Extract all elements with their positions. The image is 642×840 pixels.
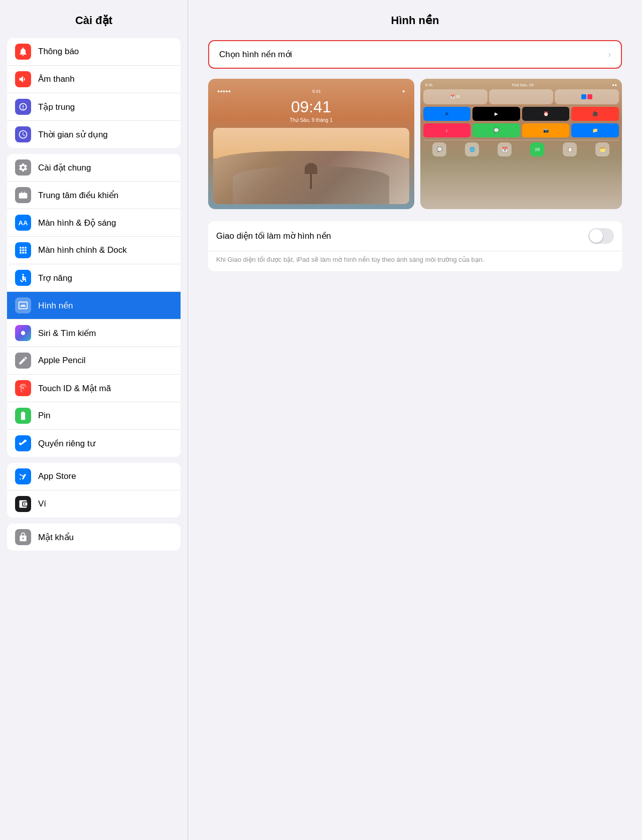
sidebar-item-man-hinh[interactable]: AA Màn hình & Độ sáng bbox=[7, 209, 181, 237]
lock-screen-preview[interactable]: ●●●●● 9:41 ● 09:41 Thứ Sáu, 9 tháng 1 bbox=[208, 79, 414, 209]
tro-nang-icon bbox=[15, 270, 31, 286]
sidebar-item-quyen-rieng-tu[interactable]: Quyền riêng tư bbox=[7, 430, 181, 457]
mat-khau-icon bbox=[15, 529, 31, 545]
siri-icon bbox=[15, 325, 31, 341]
main-body: Chọn hình nền mới › ●●●●● 9:41 ● 09:41 T… bbox=[188, 35, 642, 840]
sidebar-item-trung-tam[interactable]: Trung tâm điều khiển bbox=[7, 182, 181, 209]
thong-bao-label: Thông báo bbox=[38, 47, 173, 57]
choose-wallpaper-label: Chọn hình nền mới bbox=[219, 49, 292, 60]
man-hinh-label: Màn hình & Độ sáng bbox=[38, 218, 173, 228]
touch-id-label: Touch ID & Mật mã bbox=[38, 383, 173, 394]
cai-dat-chung-icon bbox=[15, 159, 31, 176]
am-thanh-label: Âm thanh bbox=[38, 74, 173, 84]
lock-time: 09:41 bbox=[291, 98, 331, 116]
tro-nang-label: Trợ năng bbox=[38, 273, 173, 283]
dark-mode-row: Giao diện tối làm mờ hình nền bbox=[208, 221, 622, 251]
sidebar-item-touch-id[interactable]: Touch ID & Mật mã bbox=[7, 375, 181, 402]
main-content: Hình nền Chọn hình nền mới › ●●●●● 9:41 … bbox=[188, 0, 642, 840]
thoi-gian-label: Thời gian sử dụng bbox=[38, 129, 173, 140]
vi-label: Ví bbox=[38, 499, 173, 509]
vi-icon bbox=[15, 496, 31, 512]
chevron-right-icon: › bbox=[608, 49, 611, 60]
choose-wallpaper-button[interactable]: Chọn hình nền mới › bbox=[208, 40, 622, 69]
sidebar-title: Cài đặt bbox=[0, 0, 188, 35]
cai-dat-chung-label: Cài đặt chung bbox=[38, 162, 173, 173]
sidebar-item-tap-trung[interactable]: Tập trung bbox=[7, 93, 181, 121]
sidebar-group-1: Thông báo Âm thanh Tập trung bbox=[7, 38, 181, 148]
mat-khau-label: Mật khẩu bbox=[38, 532, 173, 543]
tap-trung-icon bbox=[15, 99, 31, 115]
sidebar-item-tro-nang[interactable]: Trợ năng bbox=[7, 264, 181, 292]
sidebar-item-siri[interactable]: Siri & Tìm kiếm bbox=[7, 319, 181, 347]
sidebar-item-am-thanh[interactable]: Âm thanh bbox=[7, 66, 181, 93]
sidebar-group-2: Cài đặt chung Trung tâm điều khiển AA Mà… bbox=[7, 154, 181, 457]
app-store-label: App Store bbox=[38, 471, 173, 481]
man-hinh-chinh-label: Màn hình chính & Dock bbox=[38, 245, 173, 255]
sidebar-item-mat-khau[interactable]: Mật khẩu bbox=[7, 524, 181, 551]
pin-label: Pin bbox=[38, 411, 173, 421]
man-hinh-icon: AA bbox=[15, 215, 31, 231]
apple-pencil-icon bbox=[15, 353, 31, 369]
man-hinh-chinh-icon bbox=[15, 242, 31, 258]
lock-date: Thứ Sáu, 9 tháng 1 bbox=[289, 117, 333, 123]
dark-mode-label: Giao diện tối làm mờ hình nền bbox=[216, 231, 331, 241]
sidebar-item-apple-pencil[interactable]: Apple Pencil bbox=[7, 347, 181, 375]
svg-point-1 bbox=[21, 331, 25, 335]
sidebar-group-4: Mật khẩu bbox=[7, 524, 181, 551]
home-screen-preview[interactable]: 9:41 Thứ Sáu, 28 ●● 📅 28 bbox=[420, 79, 622, 209]
dark-mode-toggle[interactable] bbox=[588, 228, 614, 244]
siri-label: Siri & Tìm kiếm bbox=[38, 328, 173, 339]
sidebar-group-3: App Store Ví bbox=[7, 463, 181, 518]
touch-id-icon bbox=[15, 380, 31, 396]
sidebar: Cài đặt Thông báo Âm thanh bbox=[0, 0, 188, 840]
sidebar-item-vi[interactable]: Ví bbox=[7, 490, 181, 518]
thong-bao-icon bbox=[15, 44, 31, 60]
am-thanh-icon bbox=[15, 71, 31, 87]
trung-tam-label: Trung tâm điều khiển bbox=[38, 190, 173, 201]
tap-trung-label: Tập trung bbox=[38, 102, 173, 112]
sidebar-item-cai-dat-chung[interactable]: Cài đặt chung bbox=[7, 154, 181, 182]
quyen-rieng-tu-icon bbox=[15, 435, 31, 451]
sidebar-item-hinh-nen[interactable]: Hình nền bbox=[7, 292, 181, 319]
dark-mode-settings-group: Giao diện tối làm mờ hình nền Khi Giao d… bbox=[208, 221, 622, 271]
thoi-gian-icon bbox=[15, 126, 31, 142]
dark-mode-description: Khi Giao diện tối được bật, iPad sẽ làm … bbox=[208, 251, 622, 271]
pin-icon bbox=[15, 408, 31, 424]
wallpaper-previews: ●●●●● 9:41 ● 09:41 Thứ Sáu, 9 tháng 1 bbox=[208, 79, 622, 209]
sidebar-item-thoi-gian[interactable]: Thời gian sử dụng bbox=[7, 121, 181, 148]
svg-point-0 bbox=[22, 274, 24, 275]
app-store-icon bbox=[15, 468, 31, 484]
main-title: Hình nền bbox=[188, 0, 642, 35]
sidebar-item-pin[interactable]: Pin bbox=[7, 402, 181, 430]
sidebar-item-app-store[interactable]: App Store bbox=[7, 463, 181, 490]
hinh-nen-icon bbox=[15, 297, 31, 313]
quyen-rieng-tu-label: Quyền riêng tư bbox=[38, 438, 173, 449]
sidebar-item-man-hinh-chinh[interactable]: Màn hình chính & Dock bbox=[7, 237, 181, 264]
hinh-nen-label: Hình nền bbox=[38, 300, 173, 311]
sidebar-item-thong-bao[interactable]: Thông báo bbox=[7, 38, 181, 66]
apple-pencil-label: Apple Pencil bbox=[38, 356, 173, 366]
trung-tam-icon bbox=[15, 187, 31, 203]
